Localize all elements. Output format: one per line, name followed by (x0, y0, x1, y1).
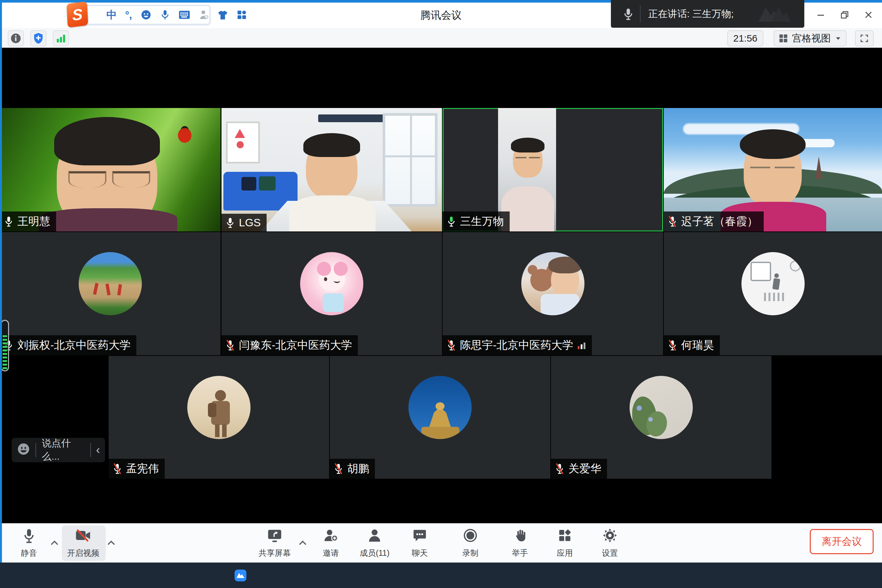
participant-tile-active-speaker[interactable]: 三生万物 (442, 108, 663, 231)
glasses (750, 166, 770, 175)
view-mode-label: 宫格视图 (792, 32, 831, 45)
participant-tile[interactable]: 胡鹏 (330, 356, 550, 479)
close-button[interactable] (860, 6, 878, 24)
avatar (630, 376, 693, 439)
participant-tile[interactable]: 刘振权-北京中医药大学 (0, 232, 220, 355)
participant-name: 王明慧 (17, 214, 50, 229)
participant-name: 陈思宇-北京中医药大学 (460, 338, 573, 352)
participant-tile[interactable]: 陈思宇-北京中医药大学 (442, 232, 663, 355)
invite-button[interactable]: 邀请 (311, 527, 351, 560)
members-button[interactable]: 成员(11) (355, 527, 394, 560)
avatar (408, 376, 472, 439)
participant-tile[interactable]: LGS (222, 108, 442, 231)
participant-name: 迟子茗（春霞） (681, 214, 758, 229)
participant-nameplate: 闫豫东-北京中医药大学 (222, 335, 358, 355)
chinese-mode-icon[interactable]: 中 (106, 10, 117, 20)
camera-off-icon (75, 528, 92, 543)
divider (90, 443, 91, 457)
mic-muted-icon (447, 339, 456, 351)
leave-meeting-button[interactable]: 离开会议 (810, 529, 874, 554)
network-status-button[interactable] (53, 30, 69, 46)
record-button[interactable]: 录制 (450, 527, 490, 560)
apps-button[interactable]: 应用 (545, 527, 585, 560)
members-icon (367, 528, 382, 543)
divider (36, 443, 36, 457)
participant-name: 闫豫东-北京中医药大学 (239, 338, 352, 352)
participant-tile[interactable]: 王明慧 (0, 108, 220, 231)
restore-button[interactable] (836, 6, 854, 24)
signal-bars-icon (56, 33, 66, 44)
participant-tile[interactable]: 何瑞昊 (664, 232, 882, 355)
info-icon (10, 33, 22, 44)
participant-name: LGS (239, 216, 261, 229)
mic-muted-icon (225, 339, 235, 351)
video-options-chevron[interactable] (106, 538, 117, 549)
collapse-chat-button[interactable]: ‹ (96, 443, 100, 457)
record-icon (463, 528, 478, 543)
participant-nameplate: 关爱华 (551, 459, 607, 479)
meeting-info-button[interactable] (8, 30, 24, 46)
participant-nameplate: LGS (222, 214, 267, 231)
participant-nameplate: 胡鹏 (330, 459, 375, 479)
quick-chat-input[interactable]: 说点什么... (42, 437, 84, 463)
meeting-toolbar (2, 523, 882, 563)
participant-nameplate: 何瑞昊 (664, 335, 720, 355)
window (382, 113, 438, 207)
sogou-logo-icon[interactable]: S (66, 1, 88, 28)
chat-button[interactable]: 聊天 (400, 527, 440, 560)
participant-tile[interactable]: 关爱华 (551, 356, 771, 479)
participant-hair (54, 117, 160, 165)
emoji-picker-icon[interactable] (141, 9, 152, 20)
speaking-text: 正在讲话: 三生万物; (648, 8, 734, 21)
avatar (187, 376, 250, 439)
mic-muted-icon (555, 463, 564, 474)
share-screen-button[interactable]: 共享屏幕 (255, 527, 295, 560)
participant-name: 三生万物 (460, 214, 504, 229)
tencent-meeting-taskbar-button[interactable] (226, 562, 255, 588)
mic-on-icon (4, 216, 14, 227)
skin-icon[interactable] (217, 10, 228, 20)
emoji-button[interactable] (17, 442, 30, 458)
mic-level-fill (3, 335, 7, 369)
share-options-chevron[interactable] (297, 538, 308, 549)
avatar (79, 252, 142, 315)
participant-tile[interactable]: 孟宪伟 (109, 356, 329, 479)
windows-taskbar (0, 562, 882, 588)
raise-hand-button[interactable]: 举手 (500, 527, 540, 560)
mic-speaking-icon (447, 216, 456, 227)
mute-button[interactable]: 静音 (9, 527, 49, 560)
virtual-keyboard-icon[interactable] (178, 10, 190, 20)
start-video-button[interactable]: 开启视频 (63, 527, 103, 560)
participant-tile[interactable]: 闫豫东-北京中医药大学 (222, 232, 442, 355)
voice-input-icon[interactable] (160, 9, 170, 20)
microphone-icon (22, 528, 36, 544)
chevron-down-icon (835, 35, 842, 42)
quick-chat-bubble: 说点什么... ‹ (12, 438, 105, 462)
participant-hair (511, 138, 544, 153)
grid-view-icon (778, 33, 788, 43)
meeting-duration: 21:56 (727, 30, 764, 46)
participant-nameplate: 刘振权-北京中医药大学 (0, 335, 136, 355)
minimize-button[interactable] (812, 6, 830, 24)
mute-options-chevron[interactable] (49, 538, 60, 549)
window-border-left (0, 0, 2, 562)
participant-name: 孟宪伟 (126, 461, 159, 476)
view-mode-selector[interactable]: 宫格视图 (774, 30, 846, 46)
mic-muted-icon (668, 216, 677, 227)
toolbox-icon[interactable] (237, 10, 247, 20)
apps-icon (557, 528, 572, 543)
avatar (521, 252, 585, 315)
participant-tile[interactable]: 迟子茗（春霞） (664, 108, 882, 231)
settings-button[interactable]: 设置 (590, 527, 630, 560)
tencent-meeting-icon (234, 568, 247, 582)
glasses (516, 157, 526, 163)
security-button[interactable] (30, 30, 46, 46)
handwriting-icon[interactable] (199, 9, 209, 20)
pagoda (815, 156, 822, 179)
participant-shoulders (289, 195, 375, 231)
punctuation-icon[interactable]: °, (125, 10, 132, 20)
divider (640, 6, 640, 22)
fullscreen-button[interactable] (855, 30, 874, 46)
glasses (68, 171, 106, 188)
glasses (529, 157, 540, 163)
